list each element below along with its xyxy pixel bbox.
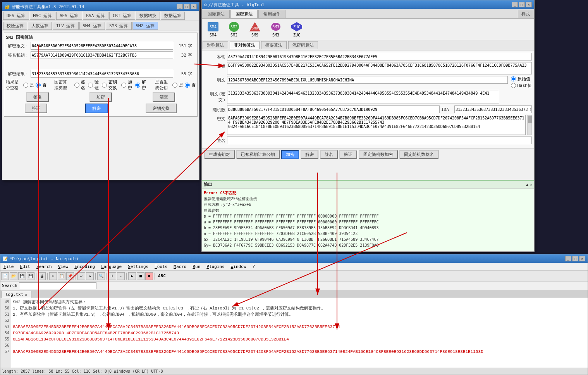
gen-no-radio[interactable] <box>185 83 190 88</box>
menu-search[interactable]: Search <box>35 264 53 270</box>
np-stop-btn[interactable]: ■ <box>137 272 144 280</box>
algtool-minimize-btn[interactable]: _ <box>512 2 518 7</box>
file-tab-log[interactable]: log.txt ✕ <box>1 291 31 298</box>
mac-btn[interactable]: MAC 运算 <box>30 12 56 20</box>
checksum-btn[interactable]: 校验运算 <box>3 22 27 30</box>
np-search-btn[interactable]: 🔍 <box>97 272 105 280</box>
menu-settings[interactable]: Settings <box>126 264 150 270</box>
output-expand-btn[interactable]: ▲ <box>526 182 528 187</box>
menu-language[interactable]: Language <box>100 264 123 270</box>
tab-common[interactable]: 常用操作 <box>258 10 285 18</box>
algtool-close-btn[interactable]: ✕ <box>526 2 532 7</box>
sm4-icon-btn[interactable]: SM4 SM4 <box>203 20 223 38</box>
alg-pubkey-input[interactable]: B6FF9A5D9822E934B03D51AC557E4BE217E53EA0… <box>227 62 532 74</box>
dec-btn[interactable]: 解密 <box>85 104 108 113</box>
zuc-icon-btn[interactable]: ZUC ZUC <box>287 20 306 38</box>
alg-plaintext-input[interactable] <box>227 76 508 84</box>
notepad-maximize-btn[interactable]: □ <box>572 256 578 261</box>
verify-btn[interactable]: 验证 <box>25 104 47 113</box>
subtab-hash[interactable]: 摘要算法 <box>261 41 287 49</box>
search-input[interactable] <box>19 282 96 289</box>
menu-encoding[interactable]: Encoding <box>73 264 96 270</box>
alg-signature-input[interactable] <box>227 137 532 144</box>
menu-macro[interactable]: Macro <box>172 264 188 270</box>
verify-action-btn[interactable]: 验证 <box>339 150 357 159</box>
pt-raw-radio[interactable] <box>511 76 516 81</box>
notepad-close-btn[interactable]: ✕ <box>579 256 585 261</box>
file-tab-close[interactable]: ✕ <box>25 292 27 297</box>
alg-ciphertext-input[interactable]: 8AFA6F3D09E2E545D528BFEFE42B0E507A4449EC… <box>227 115 526 135</box>
np-play-btn[interactable]: ▶ <box>128 272 136 280</box>
np-zoom-in-btn[interactable]: + <box>108 272 116 280</box>
fixed-rand-enc-btn[interactable]: 固定随机数加密 <box>359 150 398 159</box>
menu-plugins[interactable]: Plugins <box>205 264 226 270</box>
random-input[interactable] <box>227 105 440 113</box>
result-input[interactable] <box>31 70 173 78</box>
bignum-btn[interactable]: 大数运算 <box>28 22 52 30</box>
ciphertext-scrollbar[interactable] <box>527 115 532 135</box>
subtab-asymmetric[interactable]: 非对称算法 <box>230 41 260 49</box>
sign-action-btn[interactable]: 签名 <box>320 150 338 159</box>
encrypt-btn[interactable]: 加密 <box>281 150 299 159</box>
algo-keyex-radio[interactable] <box>102 83 107 88</box>
pt-hash-radio[interactable] <box>511 83 516 88</box>
sm2-icon-btn[interactable]: SM2 SM2 <box>224 20 244 38</box>
editor-content[interactable]: SM2 加解密不同代码结组织方式差异： 1、密文数据，有些加密软件（左 智能卡算… <box>11 298 588 374</box>
close-btn[interactable]: ✕ <box>191 4 197 9</box>
np-copy-btn[interactable]: 📋 <box>58 272 65 280</box>
np-record-btn[interactable]: ● <box>145 272 153 280</box>
menu-help[interactable]: ? <box>251 264 256 270</box>
data-calc-btn[interactable]: 数据运算 <box>161 12 185 20</box>
ida-input[interactable] <box>454 105 532 113</box>
enc-btn[interactable]: 加密 <box>89 92 112 102</box>
np-saveall-btn[interactable]: 💾 <box>27 272 34 280</box>
menu-edit[interactable]: Edit <box>19 264 32 270</box>
result-empty-no-radio[interactable] <box>36 83 41 88</box>
algo-verify-radio[interactable] <box>88 83 93 88</box>
minimize-btn[interactable]: _ <box>177 4 183 9</box>
clear-btn[interactable]: 清空 <box>153 92 175 102</box>
alg-plaintext-enc-input[interactable]: 3132333435363738393041424344445463132333… <box>227 90 499 104</box>
np-paste-btn[interactable]: 📌 <box>66 272 74 280</box>
data-convert-btn[interactable]: 数据转换 <box>136 12 160 20</box>
np-undo-btn[interactable]: ↩ <box>77 272 85 280</box>
np-cut-btn[interactable]: ✂ <box>49 272 57 280</box>
np-redo-btn[interactable]: ↪ <box>86 272 94 280</box>
calc-pubkey-btn[interactable]: 已知私钥计算公钥 <box>236 150 280 159</box>
des-btn[interactable]: DES 运算 <box>3 12 29 20</box>
output-close-btn[interactable]: ✕ <box>530 182 532 187</box>
privkey-input[interactable] <box>31 51 173 59</box>
gen-yes-radio[interactable] <box>172 83 177 88</box>
menu-tools[interactable]: Tools <box>153 264 169 270</box>
menu-window[interactable]: Window <box>229 264 248 270</box>
gen-keypair-btn[interactable]: 生成密钥对 <box>204 150 235 159</box>
cipher-input[interactable] <box>31 42 173 50</box>
tab-national[interactable]: 国密算法 <box>230 10 258 18</box>
aes-btn[interactable]: AES 运算 <box>56 12 82 20</box>
sm3-toolbar-btn[interactable]: SM3 运算 <box>106 22 132 30</box>
rsa-btn[interactable]: RSA 运算 <box>83 12 109 20</box>
algo-dec-radio[interactable] <box>135 83 140 88</box>
subtab-stream[interactable]: 流密码算法 <box>288 41 318 49</box>
crt-btn[interactable]: CRT 运算 <box>109 12 135 20</box>
tlv-btn[interactable]: TLV 运算 <box>53 22 79 30</box>
alg-privkey-input[interactable] <box>227 53 532 60</box>
tab-style[interactable]: 样式 <box>518 10 533 18</box>
fixed-rand-sign-btn[interactable]: 固定随机数签名 <box>399 150 438 159</box>
algo-enc-radio[interactable] <box>121 83 126 88</box>
menu-view[interactable]: View <box>57 264 70 270</box>
np-zoom-out-btn[interactable]: - <box>117 272 125 280</box>
sign-btn[interactable]: 签名 <box>26 92 49 102</box>
np-print-btn[interactable]: 🖨 <box>38 272 46 280</box>
maximize-btn[interactable]: □ <box>184 4 190 9</box>
notepad-minimize-btn[interactable]: _ <box>565 256 571 261</box>
menu-run[interactable]: Run <box>191 264 202 270</box>
sm3-icon-btn[interactable]: SM3 SM3 <box>266 20 285 38</box>
sm9-icon-btn[interactable]: SM9 SM9 <box>245 20 265 38</box>
decrypt-btn[interactable]: 解密 <box>301 150 318 159</box>
algo-sign-radio[interactable] <box>74 83 79 88</box>
np-save-btn[interactable]: 💾 <box>18 272 26 280</box>
sm2-toolbar-btn[interactable]: SM2 运算 <box>132 22 158 30</box>
np-new-btn[interactable]: 📄 <box>1 272 9 280</box>
menu-file[interactable]: File <box>2 264 15 270</box>
